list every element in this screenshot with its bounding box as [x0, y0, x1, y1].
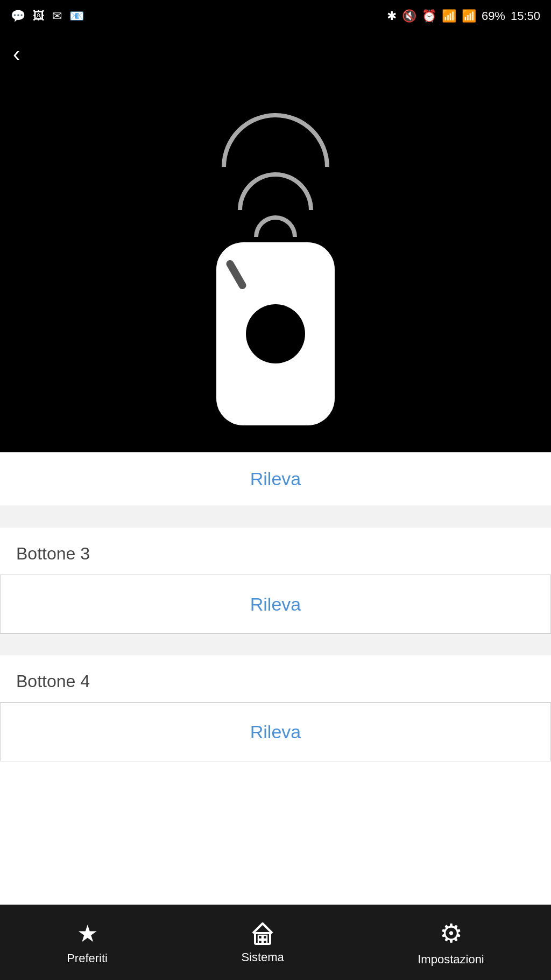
rileva-button-4[interactable]: Rileva [250, 722, 301, 743]
nav-item-preferiti[interactable]: Preferiti [67, 920, 108, 965]
gear-icon [440, 918, 463, 948]
bluetooth-icon: ✱ [387, 9, 397, 23]
gmail-icon: 📧 [69, 9, 84, 23]
section-gap-1 [0, 506, 551, 528]
signal-icon: 📶 [462, 9, 476, 23]
button-4-label: Bottone 4 [0, 655, 551, 702]
nav-label-impostazioni: Impostazioni [418, 953, 484, 967]
button-3-label: Bottone 3 [0, 528, 551, 575]
status-bar: 💬 🖼 ✉ 📧 ✱ 🔇 ⏰ 📶 📶 69% 15:50 [0, 0, 551, 32]
bottom-nav: Preferiti Sistema Impostazioni [0, 905, 551, 980]
remote-dot [246, 304, 305, 363]
back-button[interactable]: ‹ [13, 42, 20, 66]
svg-rect-1 [258, 935, 262, 939]
top-nav: ‹ [0, 32, 551, 75]
mute-icon: 🔇 [402, 9, 416, 23]
svg-rect-3 [258, 940, 262, 944]
svg-rect-4 [263, 940, 267, 944]
battery-label: 69% [482, 9, 505, 23]
arc-large [222, 113, 329, 167]
time-label: 15:50 [511, 9, 540, 23]
arc-small [254, 215, 297, 237]
rileva-top-section[interactable]: Rileva [0, 452, 551, 506]
sms-icon: ✉ [52, 9, 62, 23]
rileva-top-button[interactable]: Rileva [250, 468, 301, 489]
wifi-arcs [222, 113, 329, 237]
svg-rect-2 [263, 935, 267, 939]
alarm-icon: ⏰ [422, 9, 436, 23]
rileva-button-3[interactable]: Rileva [250, 594, 301, 615]
rileva-box-3[interactable]: Rileva [0, 575, 551, 634]
arc-medium [238, 172, 313, 210]
nav-label-preferiti: Preferiti [67, 951, 108, 965]
image-icon: 🖼 [33, 9, 45, 23]
remote-body [216, 242, 335, 425]
star-icon [77, 920, 98, 947]
remote-icon [216, 113, 335, 425]
nav-label-sistema: Sistema [241, 950, 284, 964]
hero-area [0, 75, 551, 452]
section-gap-2 [0, 634, 551, 655]
rileva-box-4[interactable]: Rileva [0, 702, 551, 761]
status-bar-left: 💬 🖼 ✉ 📧 [11, 9, 84, 23]
content-area: Bottone 3 Rileva Bottone 4 Rileva [0, 506, 551, 761]
button-section-4: Bottone 4 Rileva [0, 655, 551, 761]
wifi-icon: 📶 [442, 9, 456, 23]
nav-item-impostazioni[interactable]: Impostazioni [418, 918, 484, 967]
nav-item-sistema[interactable]: Sistema [241, 920, 284, 964]
whatsapp-icon: 💬 [11, 9, 25, 23]
house-icon [250, 920, 276, 946]
status-bar-right: ✱ 🔇 ⏰ 📶 📶 69% 15:50 [387, 9, 540, 23]
remote-notch [225, 259, 248, 291]
button-section-3: Bottone 3 Rileva [0, 528, 551, 634]
